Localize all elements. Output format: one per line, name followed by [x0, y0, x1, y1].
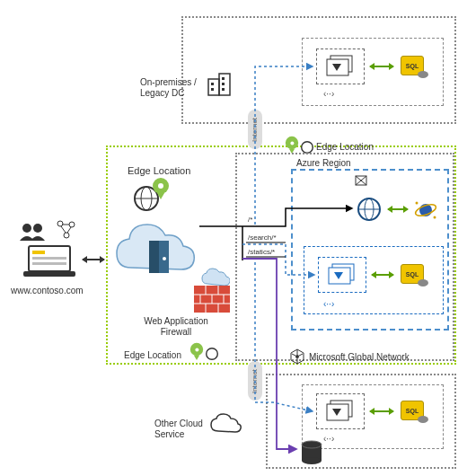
sql-database-icon: SQL	[401, 264, 424, 284]
location-pin-icon	[153, 178, 169, 194]
url-label: www.contoso.com	[11, 286, 84, 296]
users-icon	[18, 221, 54, 242]
svg-text:‹··›: ‹··›	[323, 434, 334, 444]
svg-point-0	[22, 224, 31, 233]
svg-point-66	[302, 457, 322, 464]
route-statics-label: /statics/*	[248, 248, 275, 256]
svg-point-4	[64, 233, 69, 238]
scale-icon: ‹··›	[323, 88, 350, 99]
svg-rect-9	[32, 251, 45, 254]
front-door-cloud-icon	[113, 223, 199, 286]
route-root-label: /*	[248, 216, 252, 224]
svg-text:‹··›: ‹··›	[323, 299, 334, 309]
vm-stack-icon	[316, 48, 365, 84]
scale-icon	[354, 174, 368, 187]
azure-region-label: Azure Region	[296, 158, 351, 169]
bidirectional-arrow	[370, 410, 393, 412]
graph-icon	[56, 219, 77, 241]
cloud-outline-icon	[210, 413, 242, 435]
laptop-icon	[22, 244, 77, 280]
network-hexagon-icon	[289, 348, 305, 365]
edge-location-main-label: Edge Location	[128, 165, 190, 177]
svg-rect-32	[211, 88, 214, 91]
globe-icon	[203, 345, 221, 363]
svg-point-54	[416, 202, 419, 205]
waf-label: Web Application Firewall	[131, 316, 221, 338]
svg-rect-29	[208, 79, 219, 95]
svg-line-7	[67, 227, 71, 233]
web-app-globe-icon	[356, 196, 383, 223]
svg-point-1	[33, 224, 42, 233]
svg-rect-34	[222, 83, 225, 85]
edge-location-bottom-label: Edge Location	[124, 350, 181, 361]
svg-point-41	[295, 355, 299, 358]
vm-stack-icon	[318, 257, 366, 293]
svg-rect-33	[222, 77, 225, 80]
scale-icon: ‹··›	[323, 298, 354, 309]
cosmos-db-icon	[413, 198, 438, 223]
svg-point-3	[69, 222, 75, 227]
svg-point-18	[163, 257, 166, 260]
other-cloud-label: Other Cloud Service	[154, 419, 203, 440]
scale-icon: ‹··›	[323, 433, 350, 444]
route-search-label: /search/*	[248, 234, 277, 242]
svg-rect-31	[211, 83, 214, 85]
svg-line-45	[299, 354, 303, 356]
firewall-icon	[194, 286, 230, 313]
firewall-cloud-small-icon	[201, 268, 230, 287]
svg-rect-10	[32, 257, 66, 260]
svg-rect-17	[149, 241, 159, 273]
bidirectional-arrow	[388, 208, 408, 210]
building-icon	[207, 72, 232, 97]
svg-text:‹··›: ‹··›	[323, 89, 334, 99]
svg-rect-12	[23, 271, 75, 277]
database-cylinder-icon	[300, 440, 323, 467]
internet-pill-top: Internet	[248, 110, 262, 149]
bidirectional-arrow	[370, 66, 393, 67]
edge-location-top-label: Edge Location	[316, 142, 374, 153]
svg-point-2	[57, 221, 63, 226]
svg-point-55	[434, 216, 436, 219]
svg-rect-35	[222, 88, 225, 91]
svg-line-6	[61, 226, 66, 233]
onprem-label: On-premises / Legacy DC	[140, 77, 197, 99]
svg-rect-11	[32, 262, 66, 265]
bidirectional-arrow	[372, 274, 393, 276]
bidirectional-arrow	[83, 259, 104, 260]
svg-line-44	[292, 354, 295, 356]
vm-stack-icon	[316, 393, 365, 429]
sql-database-icon: SQL	[401, 56, 424, 75]
internet-pill-bottom: Internet	[248, 361, 262, 401]
microsoft-global-network-label: Microsoft Global Network	[309, 352, 410, 363]
sql-database-icon: SQL	[401, 401, 424, 420]
